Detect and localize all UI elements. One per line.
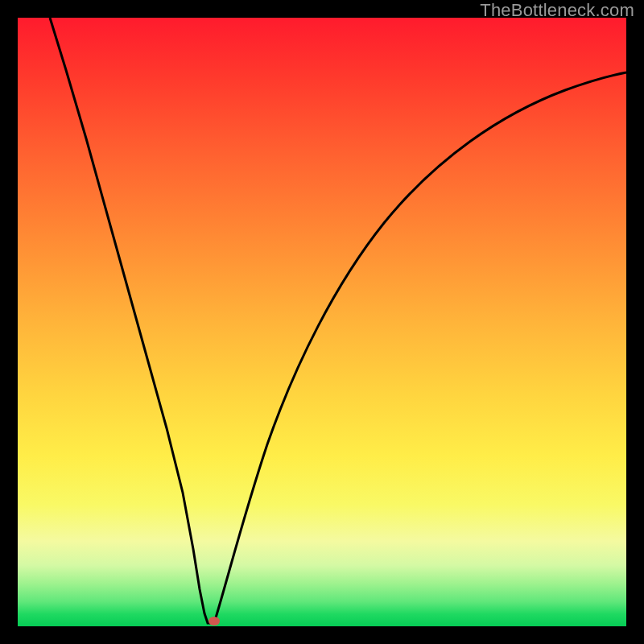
- plot-area: [18, 18, 626, 626]
- bottleneck-curve: [18, 18, 626, 626]
- curve-right-limb: [214, 72, 626, 623]
- watermark-text: TheBottleneck.com: [480, 0, 634, 21]
- curve-left-limb: [50, 18, 214, 623]
- chart-frame: TheBottleneck.com: [0, 0, 644, 644]
- optimal-marker: [208, 617, 220, 625]
